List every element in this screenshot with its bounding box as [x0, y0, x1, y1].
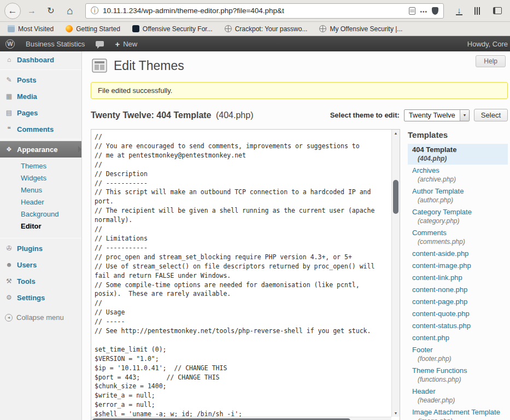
template-item[interactable]: Header (header.php) — [408, 386, 508, 406]
code-editor[interactable]: // // You are encouraged to send comment… — [91, 129, 400, 420]
template-item[interactable]: content-status.php — [408, 320, 508, 332]
template-name[interactable]: content-none.php — [412, 285, 503, 294]
template-item[interactable]: content-link.php — [408, 272, 508, 284]
template-item[interactable]: content-quote.php — [408, 308, 508, 320]
comments-menu[interactable] — [90, 36, 109, 51]
theme-select-value: Twenty Twelve — [405, 111, 460, 119]
template-item[interactable]: content-aside.php — [408, 248, 508, 260]
new-content-menu[interactable]: New — [109, 36, 143, 51]
collapse-menu-button[interactable]: Collapse menu — [0, 313, 81, 322]
wordpress-logo-icon — [5, 39, 15, 49]
template-item[interactable]: Footer (footer.php) — [408, 344, 508, 365]
page-actions-icon[interactable] — [420, 6, 427, 16]
bookmark-label: Offensive Security For... — [143, 25, 213, 33]
template-item[interactable]: content.php — [408, 332, 508, 344]
sidebar-item[interactable]: ❝ Comments — [0, 121, 81, 137]
template-name[interactable]: content.php — [412, 334, 503, 342]
template-item[interactable]: Theme Functions (functions.php) — [408, 365, 508, 386]
template-file: (archive.php) — [412, 176, 503, 184]
url-bar[interactable]: 10.11.1.234/wp-admin/theme-editor.php?fi… — [85, 3, 444, 19]
template-name[interactable]: Theme Functions — [412, 366, 503, 375]
bookmark-icon — [8, 25, 15, 32]
menu-icon: ✇ — [5, 244, 13, 252]
bookmark-item[interactable]: Most Visited — [8, 25, 54, 33]
template-item[interactable]: Category Template (category.php) — [408, 206, 508, 227]
downloads-icon[interactable] — [451, 3, 467, 19]
template-name[interactable]: 404 Template — [412, 145, 503, 154]
template-file: (image.php) — [412, 417, 503, 420]
template-name[interactable]: Header — [412, 387, 503, 396]
template-item[interactable]: Archives (archive.php) — [408, 165, 508, 185]
theme-switcher: Select theme to edit: Twenty Twelve Sele… — [330, 109, 508, 121]
appearance-submenu-item[interactable]: Editor — [0, 220, 81, 232]
howdy-menu[interactable]: Howdy, Core — [462, 36, 510, 51]
sidebar-item-appearance[interactable]: ❖ Appearance — [0, 141, 81, 158]
wp-admin-menu: ⌂ Dashboard ✎ Posts ▦ Media ▤ Pag — [0, 51, 82, 420]
sidebar-item[interactable]: ⚒ Tools — [0, 273, 81, 289]
sidebar-item[interactable]: ✇ Plugins — [0, 240, 81, 256]
v-scroll-thumb[interactable] — [393, 180, 398, 214]
template-item[interactable]: Author Template (author.php) — [408, 185, 508, 206]
sidebar-toggle-icon[interactable] — [489, 3, 506, 19]
menu-icon: ▦ — [5, 92, 13, 100]
wp-admin-bar: Business Statistics New Howdy, Core — [0, 36, 510, 51]
templates-list: 404 Template (404.php) Archives (archive… — [408, 144, 508, 420]
firefox-window: 10.11.1.234/wp-admin/theme-editor.php?fi… — [0, 0, 510, 420]
template-name[interactable]: Author Template — [412, 187, 503, 196]
template-name[interactable]: content-aside.php — [412, 249, 503, 258]
bookmark-item[interactable]: Crackpot: Your passwo... — [225, 25, 308, 33]
template-name[interactable]: Category Template — [412, 208, 503, 217]
template-name[interactable]: content-image.php — [412, 261, 503, 270]
shield-icon[interactable] — [432, 7, 438, 15]
appearance-icon: ❖ — [5, 145, 13, 153]
help-button[interactable]: Help — [476, 55, 506, 67]
sidebar-item[interactable]: ▦ Media — [0, 88, 81, 104]
sidebar-item[interactable]: ⌂ Dashboard — [0, 51, 81, 68]
h-scrollbar[interactable] — [91, 417, 391, 420]
appearance-submenu-item[interactable]: Widgets — [0, 172, 81, 184]
bookmark-item[interactable]: Getting Started — [66, 25, 120, 33]
template-item[interactable]: Comments (comments.php) — [408, 227, 508, 248]
select-button[interactable]: Select — [474, 109, 508, 121]
template-item[interactable]: content-none.php — [408, 284, 508, 296]
menu-icon: ⚙ — [5, 294, 13, 301]
template-item[interactable]: content-image.php — [408, 260, 508, 272]
library-icon[interactable] — [470, 3, 486, 19]
site-info-icon[interactable] — [91, 5, 98, 16]
template-item[interactable]: content-page.php — [408, 296, 508, 308]
reload-button[interactable] — [43, 3, 59, 19]
template-name[interactable]: content-page.php — [412, 298, 503, 306]
template-name[interactable]: content-status.php — [412, 322, 503, 330]
wordpress-logo-menu[interactable] — [0, 36, 20, 51]
forward-button[interactable] — [24, 3, 40, 19]
appearance-submenu-item[interactable]: Background — [0, 208, 81, 220]
sidebar-item[interactable]: ☻ Users — [0, 256, 81, 273]
template-name[interactable]: Comments — [412, 229, 503, 237]
appearance-submenu-item[interactable]: Themes — [0, 160, 81, 172]
browser-toolbar: 10.11.1.234/wp-admin/theme-editor.php?fi… — [0, 0, 510, 22]
select-dropdown-icon — [460, 110, 469, 121]
template-name[interactable]: Archives — [412, 166, 503, 175]
sidebar-item[interactable]: ✎ Posts — [0, 72, 81, 88]
template-name[interactable]: Footer — [412, 346, 503, 354]
appearance-submenu-item[interactable]: Header — [0, 196, 81, 208]
sidebar-item[interactable]: ⚙ Settings — [0, 289, 81, 306]
theme-select[interactable]: Twenty Twelve — [404, 109, 470, 121]
sidebar-item[interactable]: ▤ Pages — [0, 104, 81, 121]
bookmark-item[interactable]: My Offensive Security |... — [319, 25, 402, 33]
scroll-down-icon[interactable] — [392, 410, 400, 417]
home-button[interactable] — [62, 3, 78, 19]
template-name[interactable]: content-quote.php — [412, 310, 503, 318]
appearance-submenu-item[interactable]: Menus — [0, 184, 81, 196]
bookmark-item[interactable]: Offensive Security For... — [132, 25, 213, 33]
collapse-arrow-icon — [5, 314, 13, 322]
site-name-menu[interactable]: Business Statistics — [20, 36, 90, 51]
reader-mode-icon[interactable] — [409, 7, 415, 15]
back-button[interactable] — [4, 3, 21, 19]
v-scrollbar[interactable] — [391, 130, 400, 417]
scroll-up-icon[interactable] — [392, 130, 400, 137]
template-name[interactable]: Image Attachment Template — [412, 408, 503, 417]
template-item[interactable]: Image Attachment Template (image.php) — [408, 406, 508, 420]
template-item[interactable]: 404 Template (404.php) — [408, 144, 508, 165]
template-name[interactable]: content-link.php — [412, 273, 503, 282]
